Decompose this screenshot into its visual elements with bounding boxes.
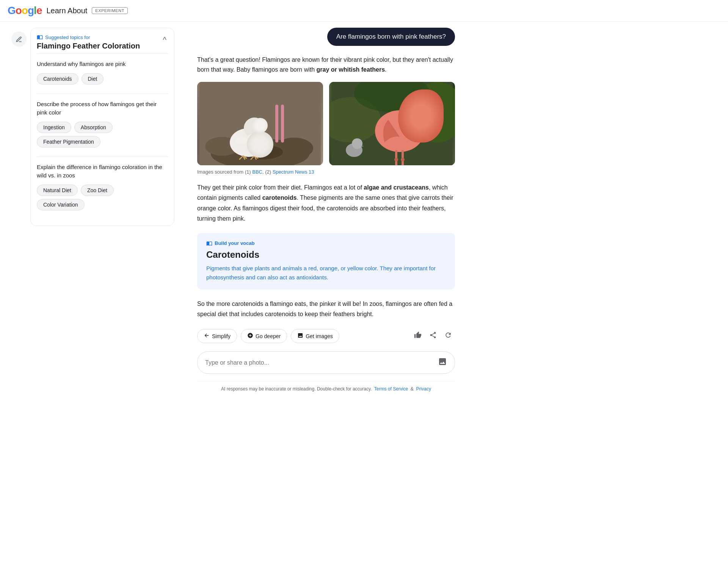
logo-letter-g: G — [8, 5, 16, 17]
content-area: Are flamingos born with pink feathers? T… — [190, 28, 463, 396]
logo-letter-e: e — [36, 5, 42, 17]
answer-intro: That's a great question! Flamingos are k… — [197, 55, 455, 74]
topics-header-left: Suggested topics for Flamingo Feather Co… — [37, 34, 140, 50]
svg-point-26 — [401, 158, 405, 161]
topics-panel-title: Flamingo Feather Coloration — [37, 42, 140, 50]
svg-rect-5 — [275, 105, 278, 143]
action-buttons-left: Simplify Go deeper — [197, 329, 339, 343]
tag-row-3b: Color Variation — [37, 199, 168, 210]
answer-body: They get their pink color from their die… — [197, 182, 455, 224]
header-title: Learn About — [46, 6, 87, 15]
topic-section-2: Describe the process of how flamingos ge… — [37, 94, 168, 157]
svg-point-8 — [244, 118, 265, 139]
topics-header: Suggested topics for Flamingo Feather Co… — [37, 34, 168, 50]
svg-point-20 — [410, 96, 428, 114]
spectrum-news-link[interactable]: Spectrum News 13 — [273, 169, 314, 175]
tag-carotenoids[interactable]: Carotenoids — [37, 73, 78, 85]
logo-letter-l: l — [34, 5, 36, 17]
svg-point-9 — [256, 125, 259, 128]
svg-point-10 — [256, 126, 257, 127]
svg-point-18 — [352, 138, 362, 149]
svg-point-19 — [375, 110, 424, 152]
tag-ingestion[interactable]: Ingestion — [37, 122, 71, 133]
thumbs-up-icon — [414, 333, 422, 340]
sidebar-icon-col — [8, 28, 30, 396]
svg-point-15 — [411, 82, 455, 143]
baby-flamingo-image — [197, 82, 323, 165]
logo-letter-o2: o — [22, 5, 28, 17]
experiment-badge: EXPERIMENT — [92, 7, 128, 14]
pencil-icon — [16, 35, 22, 43]
image-upload-icon — [438, 359, 447, 368]
topic-question-1: Understand why flamingos are pink — [37, 60, 168, 69]
vocab-book-icon — [206, 240, 212, 246]
question-bubble: Are flamingos born with pink feathers? — [327, 28, 455, 46]
simplify-label: Simplify — [212, 333, 231, 339]
tag-diet[interactable]: Diet — [82, 73, 104, 85]
page-footer: AI responses may be inaccurate or mislea… — [197, 381, 455, 396]
tag-color-variation[interactable]: Color Variation — [37, 199, 85, 210]
get-images-button[interactable]: Get images — [291, 329, 339, 343]
get-images-icon — [297, 332, 303, 340]
go-deeper-button[interactable]: Go deeper — [241, 329, 287, 343]
adult-flamingo-svg — [329, 82, 455, 165]
adult-flamingo-image — [329, 82, 455, 165]
vocab-word: Carotenoids — [206, 249, 446, 260]
tos-link[interactable]: Terms of Service — [374, 386, 408, 392]
flamingo-images-row — [197, 82, 455, 165]
logo-letter-o1: o — [16, 5, 22, 17]
tag-feather-pigmentation[interactable]: Feather Pigmentation — [37, 136, 100, 147]
tag-row-2b: Feather Pigmentation — [37, 136, 168, 147]
svg-point-25 — [394, 158, 398, 161]
suggested-label: Suggested topics for — [37, 34, 140, 40]
vocab-label-text: Build your vocab — [215, 240, 254, 246]
footer-disclaimer: AI responses may be inaccurate or mislea… — [221, 386, 372, 392]
bbc-link[interactable]: BBC — [252, 169, 262, 175]
baby-flamingo-svg — [197, 82, 323, 165]
vocab-definition: Pigments that give plants and animals a … — [206, 264, 446, 282]
privacy-link[interactable]: Privacy — [416, 386, 431, 392]
tag-row-1: Carotenoids Diet — [37, 73, 168, 85]
book-icon — [37, 34, 43, 40]
simplify-icon — [204, 332, 210, 340]
new-chat-button[interactable] — [11, 31, 27, 47]
main-layout: Suggested topics for Flamingo Feather Co… — [0, 22, 493, 402]
chat-input[interactable] — [205, 359, 438, 366]
vocab-card: Build your vocab Carotenoids Pigments th… — [197, 233, 455, 290]
action-buttons-right — [411, 328, 455, 344]
svg-point-22 — [419, 102, 421, 104]
app-header: G o o g l e Learn About EXPERIMENT — [0, 0, 728, 22]
image-upload-button[interactable] — [438, 357, 447, 368]
svg-point-11 — [235, 137, 247, 144]
topic-section-3: Explain the difference in flamingo color… — [37, 157, 168, 219]
refresh-button[interactable] — [441, 328, 455, 344]
simplify-button[interactable]: Simplify — [197, 329, 237, 343]
input-container — [197, 351, 455, 374]
svg-point-21 — [418, 101, 422, 105]
tag-zoo-diet[interactable]: Zoo Diet — [81, 185, 114, 196]
vocab-label: Build your vocab — [206, 240, 446, 246]
svg-point-12 — [248, 134, 257, 140]
chevron-up-icon: ^ — [163, 36, 166, 44]
google-logo: G o o g l e — [8, 5, 42, 17]
tag-absorption[interactable]: Absorption — [74, 122, 113, 133]
collapse-button[interactable]: ^ — [162, 34, 168, 46]
topic-question-2: Describe the process of how flamingos ge… — [37, 100, 168, 117]
tag-row-3: Natural Diet Zoo Diet — [37, 185, 168, 196]
go-deeper-icon — [247, 332, 253, 340]
go-deeper-label: Go deeper — [256, 333, 281, 339]
svg-rect-6 — [281, 105, 284, 143]
thumbs-up-button[interactable] — [411, 328, 425, 344]
tag-natural-diet[interactable]: Natural Diet — [37, 185, 78, 196]
action-buttons-row: Simplify Go deeper — [197, 328, 455, 344]
answer-footer: So the more carotenoids a flamingo eats,… — [197, 299, 455, 319]
share-icon — [429, 333, 437, 340]
image-caption: Images sourced from (1) BBC, (2) Spectru… — [197, 169, 455, 175]
get-images-label: Get images — [306, 333, 333, 339]
logo-letter-g2: g — [28, 5, 34, 17]
topic-question-3: Explain the difference in flamingo color… — [37, 163, 168, 180]
tag-row-2: Ingestion Absorption — [37, 122, 168, 133]
topic-section-1: Understand why flamingos are pink Carote… — [37, 53, 168, 94]
share-button[interactable] — [426, 328, 440, 344]
topics-panel: Suggested topics for Flamingo Feather Co… — [30, 28, 174, 226]
